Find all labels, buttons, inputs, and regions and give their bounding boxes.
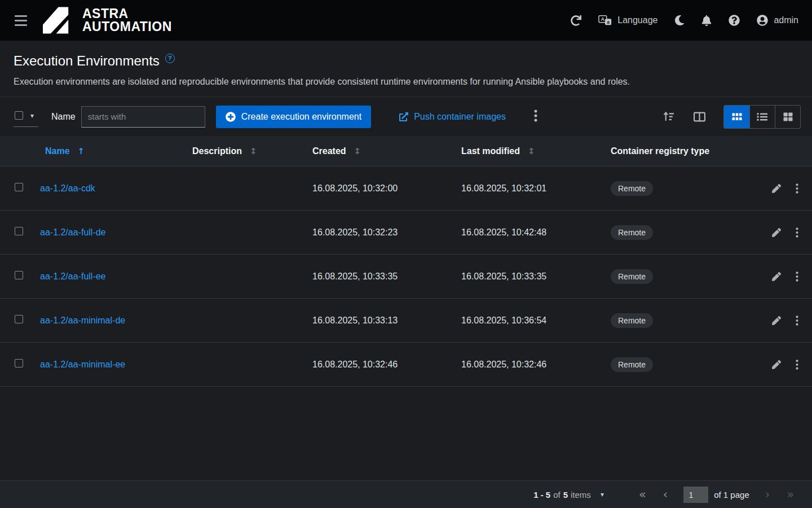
push-container-images-link[interactable]: Push container images — [399, 112, 506, 122]
select-row-checkbox[interactable] — [15, 227, 23, 235]
plus-circle-icon — [226, 112, 236, 122]
row-kebab-button[interactable] — [791, 310, 803, 331]
sort-ascending-icon: ↑ — [78, 146, 85, 156]
svg-text:a: a — [607, 19, 610, 25]
select-row-checkbox[interactable] — [15, 315, 23, 323]
current-page-input[interactable] — [683, 487, 708, 503]
ee-name-link[interactable]: aa-1.2/aa-minimal-de — [40, 316, 125, 325]
notifications-button[interactable] — [701, 15, 712, 26]
row-kebab-button[interactable] — [791, 178, 803, 199]
select-row-checkbox[interactable] — [15, 271, 23, 279]
table-empty-space — [0, 387, 812, 480]
nav-toggle-button[interactable] — [9, 8, 33, 32]
masthead-actions: A a Language admin — [571, 15, 798, 26]
masthead: ASTRA AUTOMATION A a Language — [0, 0, 812, 41]
items-per-page-dropdown[interactable]: 1 - 5 of 5 items ▾ — [533, 490, 604, 500]
sort-amount-icon — [663, 111, 674, 122]
kebab-icon — [796, 183, 798, 194]
column-header-last-modified[interactable]: Last modified ↕ — [461, 146, 611, 156]
bell-icon — [701, 15, 712, 26]
edit-button[interactable] — [767, 268, 785, 286]
refresh-icon — [571, 15, 581, 26]
bulk-select-dropdown[interactable]: ▾ — [14, 106, 38, 127]
edit-button[interactable] — [767, 312, 785, 330]
next-page-button[interactable]: › — [761, 487, 774, 503]
help-button[interactable] — [729, 15, 740, 26]
toolbar: ▾ Name Create execution environment Push… — [0, 97, 812, 136]
registry-type-badge: Remote — [611, 357, 653, 372]
ee-name-link[interactable]: aa-1.2/aa-full-de — [40, 227, 106, 237]
table-header: Name ↑ Description ↕ Created ↕ Last modi… — [0, 136, 812, 167]
created-cell: 16.08.2025, 10:32:23 — [312, 227, 461, 238]
created-cell: 16.08.2025, 10:33:35 — [312, 271, 461, 282]
ee-name-link[interactable]: aa-1.2/aa-full-ee — [40, 271, 106, 281]
table-row: aa-1.2/aa-full-de 16.08.2025, 10:32:23 1… — [0, 211, 812, 255]
registry-type-badge: Remote — [611, 313, 653, 328]
pagination-bar: 1 - 5 of 5 items ▾ « ‹ of 1 page › » — [0, 480, 812, 508]
columns-icon — [694, 112, 705, 122]
row-kebab-button[interactable] — [791, 222, 803, 243]
sort-both-icon: ↕ — [354, 146, 361, 156]
toolbar-kebab-button[interactable] — [528, 106, 543, 127]
toolbar-view-controls — [659, 105, 801, 129]
filter-attribute-label: Name — [51, 112, 76, 122]
previous-page-button[interactable]: ‹ — [659, 487, 672, 503]
manage-sort-button[interactable] — [659, 107, 678, 126]
username-label: admin — [774, 15, 798, 25]
column-header-name[interactable]: Name ↑ — [40, 146, 192, 156]
language-icon: A a — [598, 15, 612, 26]
pencil-icon — [772, 360, 781, 369]
select-all-checkbox[interactable] — [15, 111, 23, 120]
column-header-description[interactable]: Description ↕ — [192, 146, 312, 156]
edit-button[interactable] — [767, 356, 785, 374]
row-kebab-button[interactable] — [791, 354, 803, 375]
page-header: Execution Environments? Execution enviro… — [0, 41, 812, 97]
kebab-icon — [796, 227, 798, 238]
kebab-icon — [796, 271, 798, 282]
list-view-icon — [757, 112, 768, 121]
dark-mode-toggle[interactable] — [674, 15, 685, 25]
first-page-button[interactable]: « — [634, 487, 651, 503]
pencil-icon — [772, 272, 781, 281]
ee-name-link[interactable]: aa-1.2/aa-minimal-ee — [40, 360, 125, 369]
registry-type-badge: Remote — [611, 225, 653, 240]
sort-both-icon: ↕ — [528, 146, 535, 156]
page-navigation: « ‹ of 1 page › » — [634, 487, 798, 503]
table-row: aa-1.2/aa-cdk 16.08.2025, 10:32:00 16.08… — [0, 167, 812, 211]
page-title: Execution Environments? — [14, 51, 798, 71]
pencil-icon — [772, 184, 781, 193]
page-help-icon[interactable]: ? — [165, 54, 175, 63]
refresh-button[interactable] — [571, 15, 581, 26]
table-view-button[interactable] — [724, 106, 749, 128]
modified-cell: 16.08.2025, 10:42:48 — [461, 227, 611, 238]
edit-button[interactable] — [767, 179, 785, 198]
select-row-checkbox[interactable] — [15, 359, 23, 367]
column-header-created[interactable]: Created ↕ — [312, 146, 461, 156]
list-view-button[interactable] — [749, 106, 775, 128]
page-description: Execution environments are isolated and … — [14, 76, 798, 87]
card-view-button[interactable] — [775, 106, 800, 128]
select-row-checkbox[interactable] — [15, 183, 23, 191]
modified-cell: 16.08.2025, 10:32:01 — [461, 183, 611, 194]
row-kebab-button[interactable] — [791, 266, 803, 287]
pencil-icon — [772, 316, 781, 325]
create-execution-environment-button[interactable]: Create execution environment — [216, 106, 371, 128]
last-page-button[interactable]: » — [782, 487, 798, 503]
user-circle-icon — [757, 15, 768, 26]
name-filter-input[interactable] — [81, 106, 205, 128]
page-count-label: of 1 page — [714, 490, 749, 500]
table-row: aa-1.2/aa-full-ee 16.08.2025, 10:33:35 1… — [0, 255, 812, 299]
language-selector[interactable]: A a Language — [598, 15, 657, 26]
table-row: aa-1.2/aa-minimal-ee 16.08.2025, 10:32:4… — [0, 343, 812, 387]
edit-button[interactable] — [767, 224, 785, 242]
modified-cell: 16.08.2025, 10:33:35 — [461, 271, 611, 282]
card-view-icon — [783, 112, 793, 121]
question-circle-icon — [729, 15, 740, 26]
caret-down-icon: ▾ — [601, 491, 604, 498]
user-menu[interactable]: admin — [757, 15, 798, 26]
manage-columns-button[interactable] — [690, 108, 709, 125]
registry-type-badge: Remote — [611, 269, 653, 284]
moon-icon — [674, 15, 685, 25]
registry-type-badge: Remote — [611, 181, 653, 196]
ee-name-link[interactable]: aa-1.2/aa-cdk — [40, 183, 95, 193]
